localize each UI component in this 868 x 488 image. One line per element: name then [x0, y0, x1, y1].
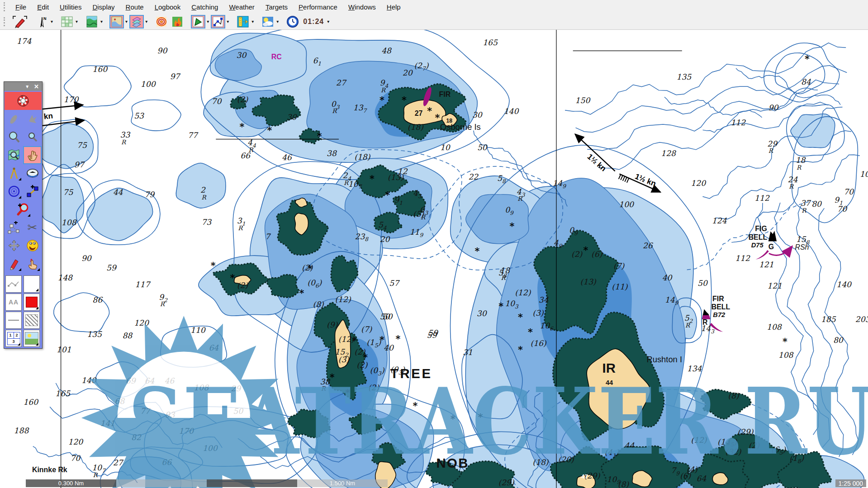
- texture-picture-box[interactable]: [24, 330, 40, 347]
- menu-targets[interactable]: Targets: [260, 1, 293, 13]
- menu-file[interactable]: File: [10, 1, 32, 13]
- clock-dropdown-caret[interactable]: ▾: [327, 19, 329, 24]
- thermal-display-button[interactable]: [170, 15, 185, 28]
- zoom-in-button[interactable]: [5, 128, 23, 146]
- chart-palette-button[interactable]: [109, 15, 124, 28]
- track-tool-button[interactable]: [5, 110, 23, 128]
- ruler-dropdown-caret[interactable]: ▾: [251, 19, 254, 24]
- svg-text:(12): (12): [338, 335, 355, 344]
- cut-tool-button[interactable]: ✂: [23, 218, 42, 237]
- grid-button[interactable]: [60, 15, 74, 28]
- toolbar-grip-handle[interactable]: [4, 17, 7, 26]
- svg-text:174: 174: [17, 37, 32, 46]
- svg-text:*: *: [435, 112, 440, 123]
- svg-text:44: 44: [113, 188, 123, 197]
- menu-help[interactable]: Help: [381, 1, 406, 13]
- chart-overview-button[interactable]: [5, 146, 23, 164]
- menu-edit[interactable]: Edit: [32, 1, 54, 13]
- svg-text:BELL: BELL: [749, 233, 768, 241]
- tap-select-button[interactable]: [23, 255, 42, 273]
- chart-base-dropdown-caret[interactable]: ▾: [100, 19, 103, 24]
- scale-segment: [116, 479, 207, 487]
- scale-segment: 1.500 Nm: [297, 479, 388, 487]
- vessel-dropdown-caret[interactable]: ▾: [207, 19, 209, 24]
- menu-logbook[interactable]: Logbook: [149, 1, 186, 13]
- svg-text:108: 108: [778, 351, 794, 360]
- fill-color-box[interactable]: [24, 294, 40, 311]
- chart-palette-dropdown-caret[interactable]: ▾: [125, 19, 128, 24]
- svg-text:B72: B72: [713, 311, 725, 318]
- chart-base-button[interactable]: [85, 15, 99, 28]
- menu-performance[interactable]: Performance: [293, 1, 343, 13]
- svg-text:*: *: [783, 336, 787, 347]
- menu-windows[interactable]: Windows: [343, 1, 381, 13]
- style-blank-box[interactable]: [24, 275, 40, 293]
- north-orientation-button[interactable]: N: [35, 15, 49, 28]
- svg-text:73: 73: [201, 218, 212, 227]
- svg-text:34: 34: [539, 295, 549, 304]
- svg-text:FIR: FIR: [439, 90, 451, 98]
- menu-weather[interactable]: Weather: [223, 1, 260, 13]
- measure-ruler-button[interactable]: [236, 15, 250, 28]
- svg-text:(29): (29): [498, 478, 514, 487]
- svg-text:*: *: [239, 121, 244, 132]
- svg-text:120: 120: [691, 179, 707, 188]
- svg-text:(7): (7): [613, 261, 625, 270]
- vessel-display-button[interactable]: [191, 15, 205, 28]
- chart-layers-button[interactable]: [129, 15, 144, 28]
- menu-display[interactable]: Display: [87, 1, 120, 13]
- weather-display-button[interactable]: [261, 15, 275, 28]
- zoom-out-button[interactable]: [23, 128, 42, 146]
- move-object-button[interactable]: [5, 237, 23, 255]
- line-style-box[interactable]: [5, 275, 22, 293]
- draw-pencil-button[interactable]: [5, 255, 23, 273]
- weather-dropdown-caret[interactable]: ▾: [276, 19, 279, 24]
- tool-palette: ▼ ✕: [4, 81, 43, 349]
- watermark-text: SEATRACKER.RU: [128, 369, 868, 476]
- scale-label-left: 0.300 Nm: [58, 480, 84, 487]
- tap-hand-icon: [26, 257, 39, 270]
- svg-text:*: *: [267, 124, 272, 136]
- svg-text:112: 112: [730, 118, 746, 127]
- add-area-button[interactable]: [5, 218, 23, 237]
- svg-text:(3): (3): [338, 355, 350, 364]
- svg-text:150: 150: [575, 96, 591, 105]
- menu-catching[interactable]: Catching: [186, 1, 223, 13]
- add-route-point-button[interactable]: [23, 182, 42, 200]
- range-rings-button[interactable]: [5, 182, 23, 200]
- pan-hand-button[interactable]: [23, 146, 42, 164]
- menubar-grip-handle[interactable]: [4, 2, 7, 11]
- svg-text:108: 108: [62, 218, 77, 227]
- svg-text:20: 20: [403, 68, 413, 77]
- route-display-button[interactable]: [211, 15, 225, 28]
- svg-text:90: 90: [768, 103, 779, 112]
- clock-button[interactable]: [285, 15, 300, 28]
- hatch-pattern-box[interactable]: [24, 312, 40, 329]
- edit-select-button[interactable]: [11, 15, 28, 28]
- chart-layers-dropdown-caret[interactable]: ▾: [145, 19, 147, 24]
- svg-text:121: 121: [767, 281, 782, 290]
- bearing-compass-button[interactable]: [23, 164, 42, 182]
- svg-text:(18): (18): [408, 123, 424, 132]
- north-dropdown-caret[interactable]: ▾: [51, 19, 53, 24]
- line-weight-box[interactable]: [5, 312, 22, 329]
- palette-menu-caret[interactable]: ▼: [25, 84, 29, 89]
- palette-close-icon[interactable]: ✕: [34, 83, 39, 90]
- svg-text:101: 101: [57, 345, 71, 354]
- zoom-window-button[interactable]: [14, 200, 32, 218]
- grid-dropdown-caret[interactable]: ▾: [76, 19, 78, 24]
- contour-display-button[interactable]: [154, 15, 169, 28]
- edit-select-icon: [12, 15, 28, 28]
- dividers-button[interactable]: [5, 164, 23, 182]
- palette-title-bar[interactable]: ▼ ✕: [4, 82, 42, 91]
- rescue-lifering-button[interactable]: [5, 92, 42, 110]
- svg-text:10: 10: [440, 143, 451, 152]
- nautical-chart[interactable]: ******************************* 17490304…: [0, 30, 868, 488]
- menu-route[interactable]: Route: [120, 1, 149, 13]
- menu-utilities[interactable]: Utilities: [54, 1, 87, 13]
- page-numbers-box[interactable]: 12 3: [5, 330, 22, 347]
- mark-tool-button[interactable]: [23, 110, 42, 128]
- text-style-box[interactable]: AA: [5, 294, 22, 311]
- symbol-smiley-button[interactable]: [23, 237, 42, 255]
- route-dropdown-caret[interactable]: ▾: [227, 19, 229, 24]
